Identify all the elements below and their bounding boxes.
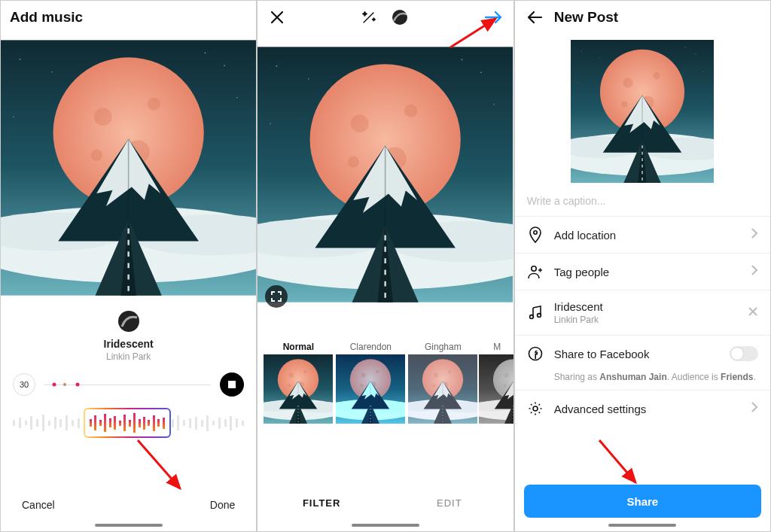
next-arrow-icon[interactable] xyxy=(483,7,504,28)
svg-point-18 xyxy=(392,10,407,25)
filter-option-normal[interactable]: Normal xyxy=(262,339,334,424)
page-title: New Post xyxy=(554,9,619,26)
song-title: Iridescent xyxy=(1,338,256,350)
album-art-icon xyxy=(115,308,142,335)
tab-filter[interactable]: FILTER xyxy=(258,488,386,518)
svg-point-22 xyxy=(529,315,533,318)
song-artist: Linkin Park xyxy=(1,351,256,362)
row-tag-people[interactable]: Tag people xyxy=(515,254,770,290)
row-add-location[interactable]: Add location xyxy=(515,217,770,253)
filter-option-more[interactable]: M xyxy=(479,339,513,424)
selected-photo xyxy=(1,34,256,302)
music-note-icon xyxy=(527,305,544,321)
gesture-handle[interactable] xyxy=(608,524,676,527)
close-icon[interactable] xyxy=(267,7,288,28)
page-title: Add music xyxy=(10,9,83,26)
svg-point-21 xyxy=(531,266,535,271)
gear-icon xyxy=(527,400,544,417)
filter-option-clarendon[interactable]: Clarendon xyxy=(334,339,407,424)
svg-point-25 xyxy=(533,406,538,411)
stop-button[interactable] xyxy=(220,372,244,397)
done-button[interactable]: Done xyxy=(210,499,235,511)
music-row-title: Iridescent xyxy=(554,300,737,313)
gesture-handle[interactable] xyxy=(352,524,419,527)
song-timeline[interactable] xyxy=(44,375,211,394)
remove-music-icon[interactable] xyxy=(748,306,758,320)
magic-wand-icon[interactable] xyxy=(358,7,379,28)
facebook-icon xyxy=(527,345,544,362)
svg-point-23 xyxy=(537,313,541,317)
music-note-icon[interactable] xyxy=(389,7,413,28)
panel-new-post: New Post Write a caption... Add location… xyxy=(514,0,771,532)
audio-scrubber[interactable] xyxy=(1,406,256,440)
facebook-toggle[interactable] xyxy=(730,346,758,361)
clip-duration-button[interactable]: 30 xyxy=(13,373,35,396)
chevron-right-icon xyxy=(751,402,758,415)
panel-filter: Normal Clarendon Gingham M FILTER EDIT xyxy=(257,0,513,532)
back-arrow-icon[interactable] xyxy=(524,7,545,28)
post-thumbnail[interactable] xyxy=(571,40,714,183)
svg-line-26 xyxy=(599,440,635,482)
filter-option-gingham[interactable]: Gingham xyxy=(407,339,479,424)
chevron-right-icon xyxy=(751,265,758,278)
selected-clip-window[interactable] xyxy=(84,408,171,438)
row-selected-music[interactable]: Iridescent Linkin Park xyxy=(515,290,770,335)
gesture-handle[interactable] xyxy=(95,524,163,527)
row-advanced-settings[interactable]: Advanced settings xyxy=(515,391,770,427)
filter-strip[interactable]: Normal Clarendon Gingham M xyxy=(258,335,513,424)
share-button[interactable]: Share xyxy=(524,485,761,518)
person-icon xyxy=(527,263,544,280)
cancel-button[interactable]: Cancel xyxy=(22,499,55,511)
music-row-artist: Linkin Park xyxy=(554,315,737,325)
caption-input[interactable]: Write a caption... xyxy=(515,186,770,216)
preview-photo[interactable] xyxy=(258,34,513,315)
row-share-facebook[interactable]: Share to Facebook xyxy=(515,336,770,372)
chevron-right-icon xyxy=(751,228,758,242)
svg-point-16 xyxy=(118,311,139,332)
svg-point-20 xyxy=(533,231,536,234)
panel-add-music: Add music Iridescent Linkin Park 30 xyxy=(0,0,257,532)
location-pin-icon xyxy=(527,226,544,243)
tab-edit[interactable]: EDIT xyxy=(386,488,513,518)
facebook-share-note: Sharing as Anshuman Jain. Audience is Fr… xyxy=(515,372,770,390)
